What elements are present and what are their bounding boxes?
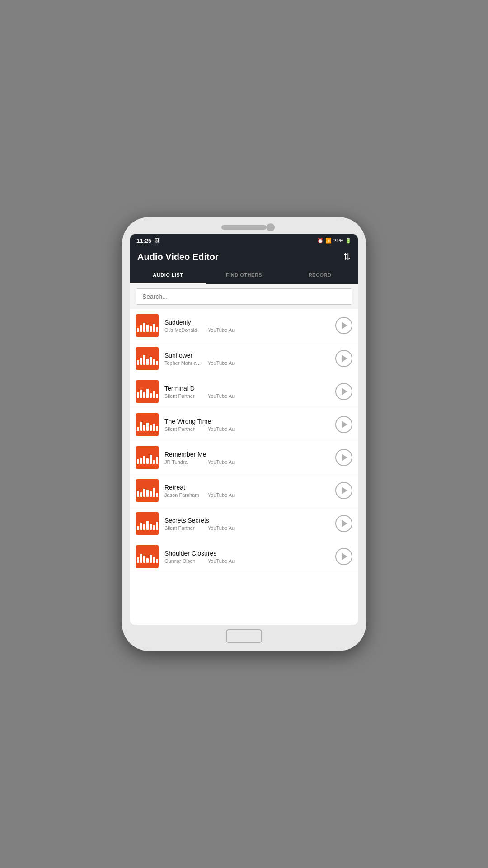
audio-source: YouTube Au [208,459,235,465]
music-bars-icon [137,418,158,431]
list-item[interactable]: Sunflower Topher Mohr a... YouTube Au [130,342,358,375]
audio-thumbnail [136,314,159,337]
audio-artist: JR Tundra [164,459,201,465]
audio-artist: Jason Farnham [164,492,201,498]
audio-artist: Silent Partner [164,393,201,399]
status-bar: 11:25 🖼 ⏰ 📶 21% 🔋 [130,234,358,247]
music-bars-icon [137,550,158,563]
status-right: ⏰ 📶 21% 🔋 [317,238,352,244]
audio-info: Suddenly Otis McDonald YouTube Au [164,319,330,333]
audio-meta: Otis McDonald YouTube Au [164,327,330,333]
audio-thumbnail [136,545,159,568]
list-item[interactable]: Secrets Secrets Silent Partner YouTube A… [130,507,358,540]
audio-thumbnail [136,446,159,469]
audio-thumbnail [136,347,159,370]
audio-meta: Silent Partner YouTube Au [164,426,330,432]
list-item[interactable]: Suddenly Otis McDonald YouTube Au [130,309,358,342]
app-title: Audio Video Editor [137,252,219,262]
play-triangle-icon [342,487,347,494]
music-bars-icon [137,385,158,398]
audio-source: YouTube Au [208,558,235,564]
battery-icon: 🔋 [345,238,352,244]
phone-frame: 11:25 🖼 ⏰ 📶 21% 🔋 Audio Video Editor ⇅ A… [122,217,366,651]
play-triangle-icon [342,553,347,560]
phone-screen: 11:25 🖼 ⏰ 📶 21% 🔋 Audio Video Editor ⇅ A… [130,234,358,625]
audio-source: YouTube Au [208,327,235,333]
audio-info: Retreat Jason Farnham YouTube Au [164,484,330,498]
signal-icon: 📶 [325,238,332,244]
battery-level: 21% [333,238,343,243]
play-button[interactable] [335,383,352,400]
audio-thumbnail [136,413,159,436]
audio-info: Shoulder Closures Gunnar Olsen YouTube A… [164,550,330,564]
list-item[interactable]: Terminal D Silent Partner YouTube Au [130,375,358,408]
play-button[interactable] [335,515,352,532]
play-triangle-icon [342,454,347,461]
audio-info: Secrets Secrets Silent Partner YouTube A… [164,517,330,531]
home-button[interactable] [226,629,262,643]
music-bars-icon [137,484,158,497]
audio-meta: JR Tundra YouTube Au [164,459,330,465]
audio-artist: Otis McDonald [164,327,201,333]
audio-artist: Silent Partner [164,426,201,432]
photo-icon: 🖼 [154,237,160,244]
alarm-icon: ⏰ [317,238,324,244]
audio-meta: Silent Partner YouTube Au [164,393,330,399]
audio-title: Remember Me [164,451,330,458]
audio-meta: Silent Partner YouTube Au [164,525,330,531]
audio-meta: Jason Farnham YouTube Au [164,492,330,498]
audio-meta: Topher Mohr a... YouTube Au [164,360,330,366]
play-button[interactable] [335,317,352,334]
audio-artist: Topher Mohr a... [164,360,201,366]
play-button[interactable] [335,449,352,466]
audio-thumbnail [136,512,159,535]
play-triangle-icon [342,421,347,428]
audio-title: Retreat [164,484,330,491]
tab-bar: AUDIO LIST FIND OTHERS RECORD [130,267,358,284]
audio-title: Shoulder Closures [164,550,330,557]
play-triangle-icon [342,322,347,329]
audio-artist: Gunnar Olsen [164,558,201,564]
audio-info: Sunflower Topher Mohr a... YouTube Au [164,352,330,366]
audio-thumbnail [136,380,159,403]
audio-thumbnail [136,479,159,502]
audio-source: YouTube Au [208,525,235,531]
status-time: 11:25 [136,237,151,244]
status-left: 11:25 🖼 [136,237,160,244]
audio-info: Terminal D Silent Partner YouTube Au [164,385,330,399]
play-button[interactable] [335,416,352,433]
app-header: Audio Video Editor ⇅ [130,247,358,267]
audio-list: Suddenly Otis McDonald YouTube Au Sunflo… [130,309,358,625]
play-button[interactable] [335,548,352,565]
play-triangle-icon [342,355,347,362]
music-bars-icon [137,517,158,530]
audio-title: Terminal D [164,385,330,392]
audio-meta: Gunnar Olsen YouTube Au [164,558,330,564]
list-item[interactable]: Shoulder Closures Gunnar Olsen YouTube A… [130,540,358,573]
audio-title: Suddenly [164,319,330,326]
tab-record[interactable]: RECORD [282,267,358,283]
play-triangle-icon [342,520,347,527]
phone-speaker [221,225,267,230]
play-button[interactable] [335,482,352,499]
audio-title: The Wrong Time [164,418,330,425]
list-item[interactable]: The Wrong Time Silent Partner YouTube Au [130,408,358,441]
audio-artist: Silent Partner [164,525,201,531]
search-bar [130,284,358,309]
audio-title: Sunflower [164,352,330,359]
search-input[interactable] [136,288,352,305]
music-bars-icon [137,451,158,464]
audio-source: YouTube Au [208,492,235,498]
audio-info: The Wrong Time Silent Partner YouTube Au [164,418,330,432]
list-item[interactable]: Remember Me JR Tundra YouTube Au [130,441,358,474]
audio-title: Secrets Secrets [164,517,330,524]
sort-icon[interactable]: ⇅ [343,251,351,262]
play-button[interactable] [335,350,352,367]
audio-info: Remember Me JR Tundra YouTube Au [164,451,330,465]
tab-find-others[interactable]: FIND OTHERS [206,267,282,283]
music-bars-icon [137,319,158,332]
tab-audio-list[interactable]: AUDIO LIST [130,267,206,283]
list-item[interactable]: Retreat Jason Farnham YouTube Au [130,474,358,507]
audio-source: YouTube Au [208,426,235,432]
play-triangle-icon [342,388,347,395]
